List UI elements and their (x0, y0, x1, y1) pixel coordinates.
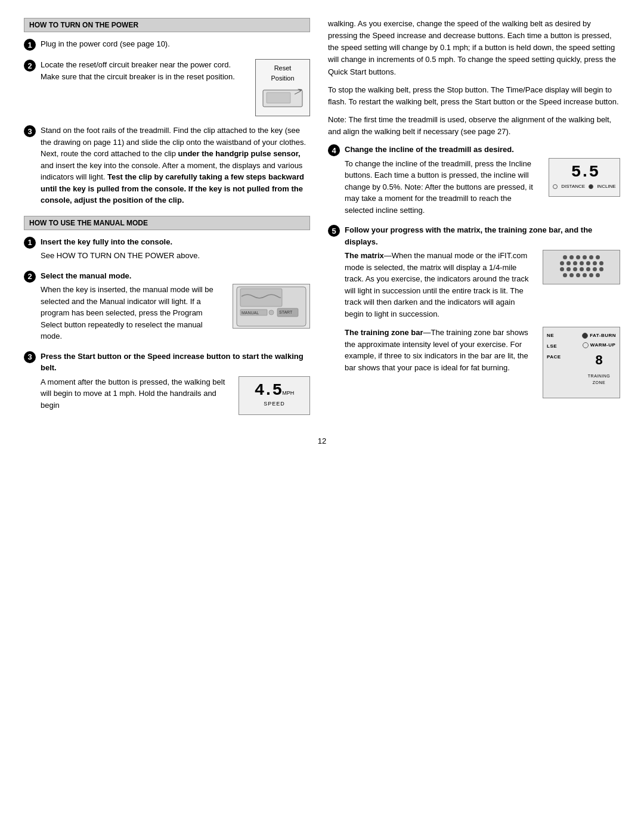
note-paragraph: Note: The first time the treadmill is us… (328, 114, 620, 138)
step-right-4-heading: Change the incline of the treadmill as d… (345, 144, 620, 156)
warm-up-indicator (583, 342, 589, 348)
matrix-row-4 (548, 273, 615, 277)
reset-label: ResetPosition (262, 63, 304, 83)
step-manual-1: 1 Insert the key fully into the console.… (24, 236, 310, 262)
step1-text: Plug in the power cord (see page 10). (41, 39, 170, 48)
reset-position-box: ResetPosition (255, 59, 310, 116)
step2-inline: Locate the reset/off circuit breaker nea… (41, 59, 310, 116)
incline-label: INCLINE (597, 183, 616, 190)
reset-illustration-svg (262, 85, 304, 109)
step-manual-2-with-img: When the key is inserted, the manual mod… (41, 284, 310, 342)
speed-display-img: 4.5 MPH SPEED (239, 376, 310, 415)
step-power-1: 1 Plug in the power cord (see page 10). (24, 38, 310, 51)
step-manual-1-text: See HOW TO TURN ON THE POWER above. (41, 250, 310, 262)
step-4-with-img: To change the incline of the treadmill, … (345, 158, 620, 216)
step3-bold1: under the handgrip pulse sensor, (178, 149, 301, 158)
matrix-row-2 (548, 261, 615, 265)
page-number: 12 (24, 436, 620, 445)
matrix-text: The matrix—When the manual mode or the i… (345, 250, 535, 320)
step-num-1: 1 (24, 39, 36, 51)
step-right-content-4: Change the incline of the treadmill as d… (345, 144, 620, 216)
svg-rect-1 (267, 92, 290, 103)
step-right-4: 4 Change the incline of the treadmill as… (328, 144, 620, 216)
step-content-1: Plug in the power cord (see page 10). (41, 38, 310, 50)
section-power: HOW TO TURN ON THE POWER 1 Plug in the p… (24, 18, 310, 206)
warm-up-label: WARM-UP (590, 342, 616, 349)
section-header-manual: HOW TO USE THE MANUAL MODE (24, 216, 310, 230)
step-power-2: 2 Locate the reset/off circuit breaker n… (24, 59, 310, 116)
tz-pace-label: PACE (547, 354, 561, 361)
training-zone-display: NE LSE PACE FAT-BURN (543, 327, 620, 398)
svg-point-8 (269, 310, 274, 315)
step-right-num-4: 4 (328, 144, 340, 156)
step-right-5-heading: Follow your progress with the matrix, th… (345, 224, 620, 247)
section-manual: HOW TO USE THE MANUAL MODE 1 Insert the … (24, 216, 310, 415)
training-zone-section: The training zone bar—The training zone … (345, 327, 620, 398)
step-right-num-5: 5 (328, 225, 340, 237)
tz-right: FAT-BURN WARM-UP 8 TRAINING ZONE (582, 332, 616, 386)
manual-console-img: MANUAL START (233, 284, 310, 329)
step-num-3: 3 (24, 125, 36, 137)
step-manual-3-heading: Press the Start button or the Speed incr… (41, 351, 310, 374)
stop-paragraph: To stop the walking belt, press the Stop… (328, 84, 620, 108)
speed-digits: 4.5 (255, 382, 281, 399)
matrix-heading: The matrix (345, 251, 384, 260)
step-manual-2-heading: Select the manual mode. (41, 270, 310, 282)
step-manual-3: 3 Press the Start button or the Speed in… (24, 351, 310, 415)
tz-ne-label: NE (547, 332, 561, 339)
manual-console-svg: MANUAL START (236, 286, 307, 327)
left-column: HOW TO TURN ON THE POWER 1 Plug in the p… (24, 18, 310, 425)
matrix-row-3 (548, 267, 615, 271)
step-manual-content-2: Select the manual mode. When the key is … (41, 270, 310, 342)
fat-burn-label: FAT-BURN (590, 332, 616, 339)
step-manual-2: 2 Select the manual mode. When the key i… (24, 270, 310, 342)
incline-digits: 5.5 (571, 164, 597, 181)
step-manual-3-with-img: A moment after the button is pressed, th… (41, 376, 310, 415)
step-power-3: 3 Stand on the foot rails of the treadmi… (24, 125, 310, 206)
page-layout: HOW TO TURN ON THE POWER 1 Plug in the p… (24, 18, 620, 425)
step-manual-content-3: Press the Start button or the Speed incr… (41, 351, 310, 415)
speed-unit: MPH (282, 389, 294, 398)
step-right-content-5: Follow your progress with the matrix, th… (345, 224, 620, 398)
intro-paragraph: walking. As you exercise, change the spe… (328, 18, 620, 78)
step-right-5: 5 Follow your progress with the matrix, … (328, 224, 620, 398)
matrix-body: —When the manual mode or the iFIT.com mo… (345, 251, 529, 318)
step-4-text: To change the incline of the treadmill, … (345, 158, 541, 216)
step2-text: Locate the reset/off circuit breaker nea… (41, 59, 249, 82)
training-heading: The training zone bar (345, 328, 423, 337)
training-zone-label: TRAINING (588, 373, 610, 380)
incline-display-img: 5.5 DISTANCE INCLINE (549, 158, 620, 197)
distance-label: DISTANCE (561, 183, 585, 190)
distance-dot (553, 184, 558, 189)
step-manual-3-text: A moment after the button is pressed, th… (41, 376, 231, 411)
tz-digit: 8 (595, 351, 603, 371)
step-manual-2-text: When the key is inserted, the manual mod… (41, 284, 225, 342)
right-column: walking. As you exercise, change the spe… (328, 18, 620, 425)
matrix-section: The matrix—When the manual mode or the i… (345, 250, 620, 320)
step-content-3: Stand on the foot rails of the treadmill… (41, 125, 310, 206)
tz-lse-label: LSE (547, 343, 561, 350)
step-manual-num-3: 3 (24, 351, 36, 363)
step-manual-1-heading: Insert the key fully into the console. (41, 236, 310, 248)
step-manual-num-2: 2 (24, 271, 36, 283)
incline-dot (589, 184, 593, 189)
svg-text:MANUAL: MANUAL (242, 311, 259, 315)
fat-burn-indicator (582, 333, 588, 339)
fat-burn-row: FAT-BURN (582, 332, 616, 339)
step-manual-num-1: 1 (24, 237, 36, 249)
zone-label: ZONE (588, 380, 610, 386)
warm-up-row: WARM-UP (583, 342, 616, 349)
step-manual-content-1: Insert the key fully into the console. S… (41, 236, 310, 262)
incline-indicators: DISTANCE INCLINE (553, 183, 615, 190)
matrix-row-1 (548, 255, 615, 259)
step-content-2: Locate the reset/off circuit breaker nea… (41, 59, 310, 116)
svg-text:START: START (279, 310, 293, 314)
step-num-2: 2 (24, 60, 36, 72)
section-header-power: HOW TO TURN ON THE POWER (24, 18, 310, 32)
speed-label: SPEED (264, 400, 285, 408)
tz-zone-block: TRAINING ZONE (588, 373, 610, 386)
training-zone-text: The training zone bar—The training zone … (345, 327, 535, 373)
tz-left: NE LSE PACE (547, 332, 561, 361)
matrix-display-img (543, 250, 620, 284)
